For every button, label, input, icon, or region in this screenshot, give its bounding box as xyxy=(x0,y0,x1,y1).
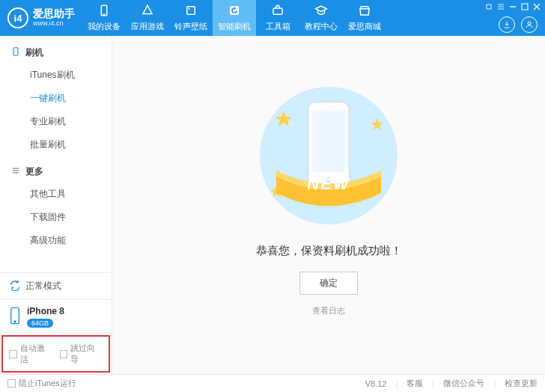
toolbox-icon xyxy=(271,4,284,19)
content-pane: NEW 恭喜您，保资料刷机成功啦！ 确定 查看日志 xyxy=(112,36,545,374)
maximize-icon[interactable] xyxy=(521,3,529,10)
tab-label: 智能刷机 xyxy=(218,21,251,32)
support-link[interactable]: 客服 xyxy=(407,378,423,389)
svg-rect-10 xyxy=(522,4,528,10)
checkbox-icon xyxy=(9,350,17,358)
graduation-icon xyxy=(314,4,328,19)
success-illustration: NEW xyxy=(246,81,411,230)
tab-label: 工具箱 xyxy=(266,21,290,32)
checkbox-block-itunes[interactable]: 阻止iTunes运行 xyxy=(7,378,76,389)
svg-point-3 xyxy=(189,8,190,10)
connected-device[interactable]: iPhone 8 64GB xyxy=(0,299,112,334)
flash-options-highlight: 自动激活 跳过向导 xyxy=(1,335,110,373)
tab-ringtones[interactable]: 铃声壁纸 xyxy=(169,0,213,36)
main-tabs: 我的设备 应用游戏 铃声壁纸 智能刷机 工具箱 教程中心 爱思商城 xyxy=(82,0,386,36)
checkbox-auto-activate[interactable]: 自动激活 xyxy=(9,343,52,365)
tab-label: 我的设备 xyxy=(88,21,121,32)
tab-toolbox[interactable]: 工具箱 xyxy=(256,0,299,36)
device-mode-label: 正常模式 xyxy=(25,280,61,293)
side-item-batch-flash[interactable]: 批量刷机 xyxy=(0,133,112,156)
svg-point-19 xyxy=(14,321,16,322)
new-badge-text: NEW xyxy=(307,174,350,193)
flash-icon xyxy=(10,46,21,59)
separator: | xyxy=(395,379,398,388)
phone-icon xyxy=(97,4,111,19)
tab-label: 爱思商城 xyxy=(348,21,381,32)
appstore-icon xyxy=(141,4,154,19)
side-group-more[interactable]: 更多 xyxy=(0,161,112,183)
separator: | xyxy=(432,379,434,388)
window-controls xyxy=(485,3,541,12)
device-storage-badge: 64GB xyxy=(27,319,53,328)
refresh-icon xyxy=(228,4,241,19)
main-area: 刷机 iTunes刷机 一键刷机 专业刷机 批量刷机 更多 其他工具 下载固件 … xyxy=(0,36,545,374)
tab-label: 应用游戏 xyxy=(131,21,164,32)
tab-my-device[interactable]: 我的设备 xyxy=(82,0,126,36)
confirm-button[interactable]: 确定 xyxy=(299,272,358,295)
logo-mark: i4 xyxy=(7,7,28,28)
side-group-title: 刷机 xyxy=(25,46,43,59)
status-bar-right: V8.12 | 客服 | 微信公众号 | 检查更新 xyxy=(365,378,538,389)
status-bar: 阻止iTunes运行 V8.12 | 客服 | 微信公众号 | 检查更新 xyxy=(0,374,545,392)
side-group-flash[interactable]: 刷机 xyxy=(0,42,112,64)
device-mode-status[interactable]: 正常模式 xyxy=(0,272,112,299)
device-name: iPhone 8 xyxy=(27,306,64,316)
device-info: iPhone 8 64GB xyxy=(27,306,64,328)
checkbox-skip-wizard[interactable]: 跳过向导 xyxy=(60,343,103,365)
side-item-download-firmware[interactable]: 下载固件 xyxy=(0,206,112,229)
checkbox-icon xyxy=(7,379,16,388)
tab-store[interactable]: 爱思商城 xyxy=(343,0,386,36)
tab-tutorials[interactable]: 教程中心 xyxy=(299,0,343,36)
checkbox-icon xyxy=(60,350,68,358)
svg-point-13 xyxy=(528,22,531,25)
app-url: www.i4.cn xyxy=(33,20,75,28)
wechat-link[interactable]: 微信公众号 xyxy=(443,378,484,389)
iphone-icon xyxy=(9,307,21,327)
side-item-itunes-flash[interactable]: iTunes刷机 xyxy=(0,64,112,87)
app-logo: i4 爱思助手 www.i4.cn xyxy=(0,0,82,36)
tab-label: 铃声壁纸 xyxy=(174,21,207,32)
store-icon xyxy=(358,4,371,19)
menu-icon[interactable] xyxy=(497,3,505,10)
list-icon xyxy=(10,165,21,178)
checkbox-label: 自动激活 xyxy=(20,343,52,365)
header-actions xyxy=(499,16,538,33)
app-header: i4 爱思助手 www.i4.cn 我的设备 应用游戏 铃声壁纸 智能刷机 工具… xyxy=(0,0,545,36)
view-log-link[interactable]: 查看日志 xyxy=(312,305,345,316)
tab-apps[interactable]: 应用游戏 xyxy=(126,0,169,36)
separator: | xyxy=(493,379,496,388)
logo-text: 爱思助手 www.i4.cn xyxy=(33,8,75,27)
download-button[interactable] xyxy=(499,16,515,33)
sync-icon xyxy=(9,279,21,293)
tab-flash[interactable]: 智能刷机 xyxy=(213,0,256,36)
app-title: 爱思助手 xyxy=(33,8,75,19)
success-message: 恭喜您，保资料刷机成功啦！ xyxy=(256,244,402,258)
checkbox-label: 阻止iTunes运行 xyxy=(19,378,76,389)
version-label: V8.12 xyxy=(365,379,387,388)
svg-rect-2 xyxy=(187,7,195,15)
account-button[interactable] xyxy=(521,16,538,33)
svg-rect-25 xyxy=(312,111,345,172)
svg-rect-5 xyxy=(273,8,282,14)
side-item-pro-flash[interactable]: 专业刷机 xyxy=(0,110,112,133)
wallpaper-icon xyxy=(184,4,198,19)
side-item-other-tools[interactable]: 其他工具 xyxy=(0,183,112,206)
side-item-oneclick-flash[interactable]: 一键刷机 xyxy=(0,87,112,110)
skin-icon[interactable] xyxy=(485,3,493,10)
minimize-icon[interactable] xyxy=(509,3,517,10)
checkbox-label: 跳过向导 xyxy=(70,343,103,365)
sidebar: 刷机 iTunes刷机 一键刷机 专业刷机 批量刷机 更多 其他工具 下载固件 … xyxy=(0,36,112,374)
svg-rect-14 xyxy=(13,48,18,56)
side-group-title: 更多 xyxy=(25,165,43,178)
tab-label: 教程中心 xyxy=(305,21,338,32)
close-icon[interactable] xyxy=(533,3,541,10)
update-link[interactable]: 检查更新 xyxy=(505,378,538,389)
side-item-advanced[interactable]: 高级功能 xyxy=(0,229,112,252)
